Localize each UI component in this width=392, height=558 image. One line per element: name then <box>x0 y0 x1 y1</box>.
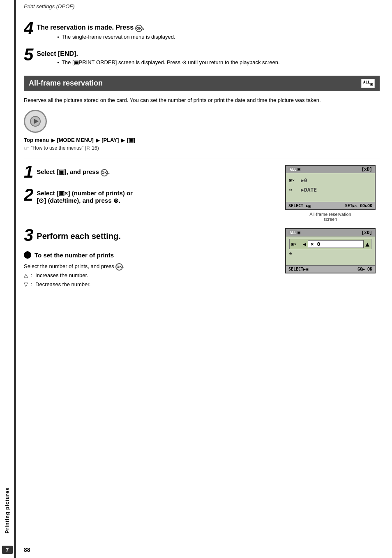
lcd-scroll-2a: ▲ <box>365 240 369 248</box>
section-desc: Reserves all the pictures stored on the … <box>24 96 380 104</box>
setting-prints-block: To set the number of prints Select the n… <box>24 251 274 289</box>
step-5-bullet-1: • The [▣PRINT ORDER] screen is displayed… <box>57 59 380 66</box>
menu-ref-text: "How to use the menus" (P. 16) <box>31 145 99 151</box>
lcd-screen-1: ALL▣ [xD] ▣× ▶0 ⊙ ▶DATE <box>285 165 376 210</box>
lcd-bottom-1: SELECT ▶▣ SET▶▷ GO▶OK <box>286 202 375 209</box>
lcd-top-right-1: [xD] <box>362 167 373 172</box>
ok-menu-icon: OK <box>135 25 143 32</box>
page-header: Print settings (DPOF) <box>24 0 380 13</box>
setting-sub-title-text: To set the number of prints <box>35 252 114 259</box>
lcd-top-left-2: ALL▣ <box>288 230 300 235</box>
top-menu-path: Top menu ▶ [MODE MENU] ▶ [PLAY] ▶ [▣] <box>24 137 380 143</box>
ok-icon-1: OK <box>101 169 108 176</box>
step-3-block: 3 Perform each setting. <box>24 228 274 244</box>
section-header: All-frame reservation ALL▣ <box>24 76 380 91</box>
lcd-caption-1: All-frame reservationscreen <box>309 212 351 222</box>
setting-sub-title: To set the number of prints <box>24 251 274 259</box>
lcd-go-2: GO▶ OK <box>357 267 372 271</box>
section-header-icon: ALL▣ <box>361 79 375 88</box>
step-4-block: 4 The reservation is made. Press OK. • T… <box>24 21 380 40</box>
lcd-screen-2: ALL▣ [xD] ▣× ◀ × 0 ▲ ⊙ <box>285 228 376 273</box>
page-number: 88 <box>24 546 30 553</box>
lcd-icon-2a: ▣× <box>291 241 303 247</box>
step-5-block: 5 Select [END]. • The [▣PRINT ORDER] scr… <box>24 48 380 66</box>
lcd-value-2a: × 0 <box>308 240 364 248</box>
divider <box>24 158 380 158</box>
lcd-row-1a: ▣× ▶0 <box>289 176 371 185</box>
main-content: Print settings (DPOF) 4 The reservation … <box>16 0 392 558</box>
lcd-go-1: SET▶▷ GO▶OK <box>345 204 372 208</box>
lcd-row-2a: ▣× ◀ × 0 ▲ <box>289 239 371 249</box>
setting-desc: Select the number of prints, and press O… <box>24 262 274 289</box>
lcd-value-1a: ▶0 <box>301 177 371 183</box>
lcd-top-bar-1: ALL▣ [xD] <box>286 166 375 173</box>
lcd-screen-1-col: ALL▣ [xD] ▣× ▶0 ⊙ ▶DATE <box>281 165 380 222</box>
lcd-icon-1a: ▣× <box>289 178 301 183</box>
page-container: Printing pictures 7 Print settings (DPOF… <box>0 0 392 558</box>
camera-icon-area <box>24 110 380 133</box>
playback-icon <box>24 110 47 133</box>
step-2-title: Select [▣×] (number of prints) or[⊙] (da… <box>37 190 133 204</box>
step-4-body: • The single-frame reservation menu is d… <box>57 34 380 40</box>
step-1-number: 1 <box>24 165 33 181</box>
lcd-bottom-2: SELECT▶▣ GO▶ OK <box>286 265 375 273</box>
lcd-select-2: SELECT▶▣ <box>288 267 308 271</box>
ok-icon-3: OK <box>115 263 123 271</box>
step-2-block: 2 Select [▣×] (number of prints) or[⊙] (… <box>24 188 274 204</box>
lcd-top-bar-2: ALL▣ [xD] <box>286 229 375 236</box>
lcd-icon-1b: ⊙ <box>289 187 301 192</box>
steps-1-2-text: 1 Select [▣], and press OK. 2 Select [▣×… <box>24 165 274 222</box>
step-5-body: • The [▣PRINT ORDER] screen is displayed… <box>57 59 380 66</box>
lcd-top-left-1: ALL▣ <box>288 167 300 172</box>
lcd-screen-2-col: ALL▣ [xD] ▣× ◀ × 0 ▲ ⊙ <box>281 228 380 292</box>
step-5-title: Select [END]. <box>37 48 380 58</box>
lcd-icon-2b: ⊙ <box>289 251 301 256</box>
lcd-value-1b: ▶DATE <box>301 187 371 193</box>
section-title: All-frame reservation <box>29 79 103 88</box>
header-title: Print settings (DPOF) <box>24 3 75 9</box>
lcd-row-2b: ⊙ <box>289 249 371 258</box>
lcd-body-1: ▣× ▶0 ⊙ ▶DATE <box>286 173 375 202</box>
page-footer: 88 <box>24 546 30 553</box>
step-2-number: 2 <box>24 188 33 204</box>
step-4-number: 4 <box>24 21 33 37</box>
step-1-block: 1 Select [▣], and press OK. <box>24 165 274 181</box>
step-3-title: Perform each setting. <box>37 232 121 241</box>
lcd-top-right-2: [xD] <box>362 230 373 235</box>
step-5-number: 5 <box>24 48 33 63</box>
ref-icon: ☞ <box>24 145 29 151</box>
step-4-title: The reservation is made. Press OK. <box>37 21 380 32</box>
step-3-text: 3 Perform each setting. To set the numbe… <box>24 228 274 292</box>
lcd-body-2: ▣× ◀ × 0 ▲ ⊙ <box>286 236 375 265</box>
menu-ref: ☞ "How to use the menus" (P. 16) <box>24 145 380 151</box>
sidebar-label: Printing pictures <box>5 487 10 533</box>
steps-1-2-container: 1 Select [▣], and press OK. 2 Select [▣×… <box>24 165 380 222</box>
step-4-bullet-1: • The single-frame reservation menu is d… <box>57 34 380 40</box>
sidebar: Printing pictures 7 <box>0 0 16 558</box>
sidebar-number: 7 <box>2 546 13 554</box>
lcd-row-1b: ⊙ ▶DATE <box>289 185 371 194</box>
step-3-container: 3 Perform each setting. To set the numbe… <box>24 228 380 292</box>
lcd-select-1: SELECT ▶▣ <box>288 204 311 208</box>
circle-bullet-icon <box>24 251 31 259</box>
lcd-arrow-2a: ◀ <box>303 241 306 247</box>
step-1-title: Select [▣], and press OK. <box>37 168 110 175</box>
step-3-number: 3 <box>24 228 33 244</box>
